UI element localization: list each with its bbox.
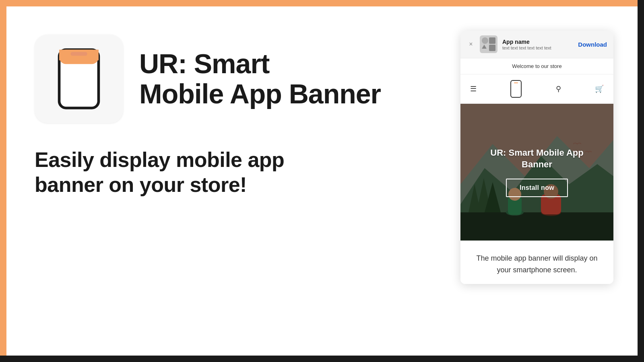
app-icon-container [35,35,123,123]
hamburger-icon[interactable]: ☰ [470,84,477,93]
left-section: UR: Smart Mobile App Banner Easily displ… [35,31,444,197]
bottom-stripe [0,356,644,362]
icon-square2 [489,45,495,51]
app-header: UR: Smart Mobile App Banner [35,35,444,123]
app-title-line2: Mobile App Banner [139,78,381,109]
close-button[interactable]: × [467,40,475,48]
main-content: UR: Smart Mobile App Banner Easily displ… [6,6,638,356]
install-button[interactable]: Install now [506,179,568,197]
phone-icon [55,47,103,111]
app-banner-bar: × App name text text text text text text… [460,31,613,58]
phone-nav-icon [510,80,522,98]
app-desc-text: text text text text text text [502,45,573,50]
right-stripe [638,0,644,362]
app-title-line1: UR: Smart [139,48,270,79]
icon-square [489,37,495,44]
preview-card: × App name text text text text text text… [460,31,613,284]
app-title: UR: Smart Mobile App Banner [139,49,381,109]
app-title-block: UR: Smart Mobile App Banner [139,49,381,109]
app-subtitle: Easily display mobile app banner on your… [35,147,316,197]
store-welcome: Welcome to our store [460,58,613,74]
icon-circle [482,37,488,44]
store-nav: ☰ ⚲ 🛒 [460,74,613,104]
download-button[interactable]: Download [578,41,607,48]
banner-title-line1: UR: Smart Mobile App [490,148,583,158]
banner-title: UR: Smart Mobile App Banner [490,147,583,170]
top-stripe [0,0,644,6]
cart-icon[interactable]: 🛒 [595,84,604,93]
outer-frame: UR: Smart Mobile App Banner Easily displ… [0,0,644,362]
svg-rect-3 [70,52,87,56]
preview-hero: UR: Smart Mobile App Banner Install now [460,104,613,241]
left-stripe [0,0,6,362]
app-name-text: App name [502,39,573,45]
app-info: App name text text text text text text [502,39,573,50]
banner-title-line2: Banner [522,159,552,169]
banner-overlay: UR: Smart Mobile App Banner Install now [460,104,613,241]
icon-triangle [482,45,487,49]
preview-description: The mobile app banner will display on yo… [460,241,613,284]
search-icon[interactable]: ⚲ [556,84,561,93]
right-section: × App name text text text text text text… [460,31,613,284]
app-icon-small [480,35,497,53]
